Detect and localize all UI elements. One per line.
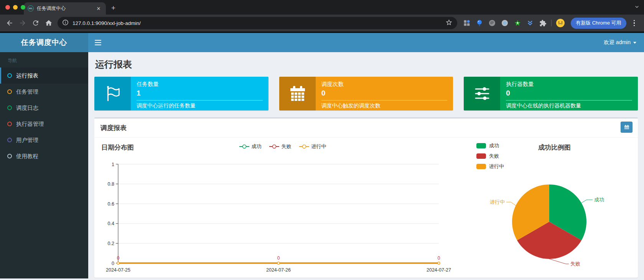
panel-body: 日期分布图 成功失败进行中 00.20.40.60.812024-07-2520…: [94, 138, 638, 278]
circle-icon: [7, 122, 12, 126]
url-text[interactable]: 127.0.0.1:9090/xxl-job-admin/: [72, 20, 445, 26]
sidebar-section-label: 导航: [0, 52, 88, 68]
extensions-area: 有新版 Chrome 可用: [460, 18, 641, 29]
new-tab-button[interactable]: +: [111, 4, 115, 12]
line-chart-svg: 00.20.40.60.812024-07-252024-07-262024-0…: [94, 152, 471, 275]
reload-icon[interactable]: [29, 16, 42, 30]
date-range-button[interactable]: [621, 122, 632, 133]
report-panel: 调度报表: [94, 117, 638, 278]
panel-title: 调度报表: [100, 124, 127, 132]
back-icon[interactable]: [3, 16, 16, 30]
pie-legend-item[interactable]: 失败: [476, 153, 504, 160]
bookmark-star-icon[interactable]: [445, 19, 453, 28]
browser-titlebar: XXL 任务调度中心 ✕ +: [0, 0, 644, 15]
browser-tab[interactable]: XXL 任务调度中心 ✕: [24, 2, 106, 15]
tab-search-chevron-icon[interactable]: [634, 4, 639, 11]
legend-label: 失败: [282, 143, 292, 150]
sidebar-item-label: 执行器管理: [16, 120, 44, 128]
sidebar-item-run-report[interactable]: 运行报表: [0, 68, 88, 84]
xxl-favicon-icon: XXL: [28, 5, 34, 12]
svg-text:0: 0: [438, 255, 440, 261]
menu-kebab-icon[interactable]: [631, 20, 638, 26]
content-area: 运行报表 任务数量 1 调度中心运行的任务数量: [88, 52, 644, 278]
extensions-puzzle-icon[interactable]: [539, 19, 547, 27]
info-box-row: 任务数量 1 调度中心运行的任务数量: [94, 77, 638, 110]
minimize-window-button[interactable]: [13, 5, 18, 10]
toolbar-separator: [551, 20, 552, 26]
svg-text:0: 0: [117, 255, 120, 261]
legend-label: 成功: [252, 143, 262, 150]
divider: [506, 100, 632, 100]
sidebar-item-label: 用户管理: [16, 137, 38, 144]
divider: [137, 100, 263, 100]
line-legend-item[interactable]: 失败: [269, 143, 292, 150]
sidebar-item-user-manage[interactable]: 用户管理: [0, 132, 88, 148]
info-box-label: 执行器数量: [506, 81, 632, 88]
line-legend-item[interactable]: 成功: [239, 143, 262, 150]
sidebar-item-label: 调度日志: [16, 104, 38, 112]
pie-chart-section: 成功比例图 成功失败进行中 成功失败进行中: [471, 138, 638, 278]
page-title: 运行报表: [95, 58, 638, 71]
info-box-desc: 调度中心运行的任务数量: [137, 102, 263, 109]
hamburger-menu-icon[interactable]: [88, 33, 107, 52]
top-navbar: 欢迎 admin: [88, 33, 644, 52]
welcome-text: 欢迎 admin: [604, 39, 631, 46]
svg-text:进行中: 进行中: [490, 199, 505, 205]
user-dropdown[interactable]: 欢迎 admin: [604, 33, 644, 52]
close-window-button[interactable]: [5, 5, 10, 10]
circle-icon: [7, 73, 12, 78]
info-box-label: 调度次数: [321, 81, 448, 88]
sidebar-item-help[interactable]: 使用教程: [0, 148, 88, 164]
info-box-value: 0: [321, 89, 448, 97]
site-info-icon[interactable]: [62, 19, 69, 27]
svg-text:2024-07-26: 2024-07-26: [266, 267, 291, 273]
info-box-job-count: 任务数量 1 调度中心运行的任务数量: [94, 77, 268, 110]
browser-toolbar: 127.0.0.1:9090/xxl-job-admin/: [0, 15, 644, 33]
info-box-body: 调度次数 0 调度中心触发的调度次数: [316, 77, 453, 110]
double-chevron-extension-icon[interactable]: [526, 19, 534, 27]
pie-legend-item[interactable]: 进行中: [476, 163, 504, 170]
sidebar-item-label: 使用教程: [16, 153, 38, 160]
line-chart: 00.20.40.60.812024-07-252024-07-262024-0…: [94, 152, 471, 277]
svg-text:成功: 成功: [594, 197, 604, 203]
address-bar[interactable]: 127.0.0.1:9090/xxl-job-admin/: [58, 17, 457, 29]
sidebar-item-job-manage[interactable]: 任务管理: [0, 84, 88, 100]
tab-title: 任务调度中心: [37, 5, 92, 12]
flag-icon: [94, 77, 131, 110]
circle-icon: [7, 154, 12, 158]
info-box-desc: 调度中心在线的执行器机器数量: [506, 102, 632, 109]
divider: [321, 100, 448, 100]
balloon-extension-icon[interactable]: [475, 19, 484, 27]
info-box-body: 执行器数量 0 调度中心在线的执行器机器数量: [500, 77, 638, 110]
pie-legend-item[interactable]: 成功: [476, 142, 504, 149]
info-box-executor-count: 执行器数量 0 调度中心在线的执行器机器数量: [464, 77, 638, 110]
line-legend-item[interactable]: 进行中: [299, 143, 326, 150]
home-icon[interactable]: [42, 16, 55, 30]
sphere-extension-icon[interactable]: [488, 19, 496, 27]
tab-close-icon[interactable]: ✕: [95, 5, 102, 12]
profile-avatar-icon[interactable]: [556, 18, 565, 28]
forward-icon[interactable]: [16, 16, 29, 30]
chrome-update-button[interactable]: 有新版 Chrome 可用: [571, 18, 626, 29]
app-logo: 任务调度中心: [0, 33, 88, 52]
svg-text:1: 1: [112, 162, 114, 167]
circle-extension-icon[interactable]: [501, 19, 509, 27]
svg-text:0: 0: [112, 261, 114, 266]
svg-text:失败: 失败: [570, 261, 580, 267]
green-star-extension-icon[interactable]: [513, 19, 522, 27]
svg-text:0.4: 0.4: [108, 221, 114, 226]
info-box-trigger-count: 调度次数 0 调度中心触发的调度次数: [279, 77, 453, 110]
circle-icon: [7, 138, 12, 142]
chrome-update-label: 有新版 Chrome 可用: [576, 20, 621, 26]
line-chart-legend: 成功失败进行中: [94, 138, 471, 152]
grid-extension-icon[interactable]: [463, 19, 471, 27]
main-area: 欢迎 admin 运行报表 任务数量 1: [88, 33, 644, 278]
info-box-value: 0: [506, 89, 632, 97]
pie-chart-legend: 成功失败进行中: [476, 142, 504, 170]
sidebar: 任务调度中心 导航 运行报表 任务管理 调度日志 执行器管理 用户管理 使用教程: [0, 33, 88, 278]
maximize-window-button[interactable]: [21, 5, 25, 10]
svg-text:2024-07-25: 2024-07-25: [106, 267, 130, 273]
sidebar-item-executor-manage[interactable]: 执行器管理: [0, 116, 88, 132]
sidebar-item-job-log[interactable]: 调度日志: [0, 100, 88, 116]
sliders-icon: [464, 77, 500, 110]
